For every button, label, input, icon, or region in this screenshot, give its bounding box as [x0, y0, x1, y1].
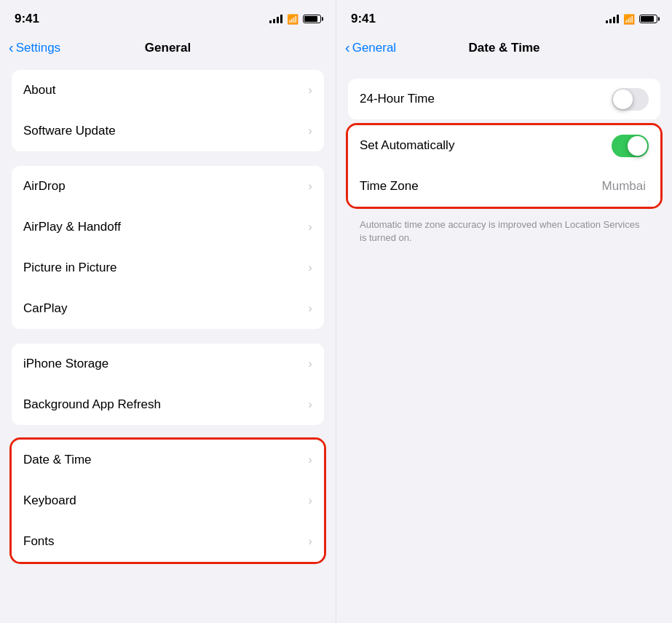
right-row-set-automatically: Set Automatically	[348, 125, 660, 166]
settings-row-airplay-label: AirPlay & Handoff	[23, 220, 308, 234]
left-nav-title: General	[145, 41, 191, 55]
settings-row-about-chevron: ›	[308, 83, 312, 98]
settings-row-airdrop-label: AirDrop	[23, 179, 308, 194]
left-status-time: 9:41	[15, 12, 39, 26]
settings-row-carplay[interactable]: CarPlay ›	[12, 288, 324, 329]
right-back-button[interactable]: ‹ General	[345, 40, 396, 56]
left-back-button[interactable]: ‹ Settings	[9, 40, 60, 56]
right-battery-fill	[641, 16, 654, 22]
settings-row-pip-label: Picture in Picture	[23, 261, 308, 275]
settings-row-iphone-storage-label: iPhone Storage	[23, 357, 308, 371]
settings-row-about-label: About	[23, 83, 308, 98]
settings-row-about[interactable]: About ›	[12, 70, 324, 111]
settings-group-2: AirDrop › AirPlay & Handoff › Picture in…	[12, 166, 324, 329]
right-signal-icon	[606, 15, 619, 23]
settings-row-airplay[interactable]: AirPlay & Handoff ›	[12, 207, 324, 247]
settings-group-1: About › Software Update ›	[12, 70, 324, 151]
settings-row-date-time-label: Date & Time	[23, 453, 308, 467]
right-back-chevron-icon: ‹	[345, 39, 350, 56]
settings-row-pip[interactable]: Picture in Picture ›	[12, 247, 324, 288]
settings-row-airdrop[interactable]: AirDrop ›	[12, 166, 324, 207]
settings-row-carplay-label: CarPlay	[23, 301, 308, 316]
right-status-time: 9:41	[351, 12, 376, 26]
settings-row-software-update-label: Software Update	[23, 124, 308, 138]
settings-row-background-refresh[interactable]: Background App Refresh ›	[12, 384, 324, 425]
settings-row-background-refresh-chevron: ›	[308, 397, 312, 412]
toggle-set-automatically[interactable]	[612, 135, 649, 157]
settings-row-fonts[interactable]: Fonts ›	[12, 521, 324, 562]
left-battery-fill	[304, 16, 317, 22]
settings-row-software-update[interactable]: Software Update ›	[12, 111, 324, 151]
right-settings-content: 24-Hour Time Set Automatically Time Zone…	[336, 64, 672, 623]
right-back-label: General	[352, 41, 396, 55]
settings-row-airdrop-chevron: ›	[308, 179, 312, 194]
r-signal-bar-2	[609, 19, 612, 23]
settings-group-3: iPhone Storage › Background App Refresh …	[12, 344, 324, 425]
left-back-chevron-icon: ‹	[9, 39, 14, 56]
signal-bar-1	[269, 20, 272, 23]
right-wifi-icon: 📶	[623, 14, 635, 25]
right-row-24hour-label: 24-Hour Time	[360, 92, 612, 106]
left-panel: 9:41 📶 ‹ Settings General About	[0, 0, 336, 623]
settings-group-4: Date & Time › Keyboard › Fonts ›	[12, 440, 324, 562]
settings-row-date-time-chevron: ›	[308, 453, 312, 467]
right-panel: 9:41 📶 ‹ General Date & Time 24-Hour T	[336, 0, 672, 623]
settings-row-airplay-chevron: ›	[308, 220, 312, 234]
settings-row-date-time[interactable]: Date & Time ›	[12, 440, 324, 480]
signal-bar-3	[277, 17, 279, 23]
left-back-label: Settings	[16, 41, 60, 55]
settings-row-iphone-storage-chevron: ›	[308, 357, 312, 371]
toggle-set-automatically-knob	[628, 136, 647, 156]
right-status-icons: 📶	[606, 14, 657, 25]
right-row-timezone[interactable]: Time Zone Mumbai	[348, 166, 660, 207]
left-status-bar: 9:41 📶	[0, 0, 336, 32]
right-battery-icon	[639, 15, 657, 23]
settings-row-software-update-chevron: ›	[308, 124, 312, 138]
settings-row-fonts-label: Fonts	[23, 534, 308, 549]
right-row-24hour: 24-Hour Time	[348, 79, 660, 119]
toggle-24hour[interactable]	[612, 88, 649, 111]
right-settings-group-1: 24-Hour Time	[348, 79, 660, 119]
left-signal-icon	[269, 15, 282, 23]
settings-row-fonts-chevron: ›	[308, 534, 312, 549]
right-nav-bar: ‹ General Date & Time	[336, 32, 672, 64]
settings-row-keyboard[interactable]: Keyboard ›	[12, 480, 324, 521]
settings-row-keyboard-chevron: ›	[308, 493, 312, 508]
right-row-timezone-value: Mumbai	[602, 179, 646, 194]
r-signal-bar-4	[617, 15, 619, 23]
r-signal-bar-3	[613, 17, 615, 23]
right-nav-title: Date & Time	[469, 41, 540, 55]
left-wifi-icon: 📶	[287, 14, 299, 25]
signal-bar-2	[273, 19, 275, 23]
right-row-set-automatically-label: Set Automatically	[360, 138, 612, 153]
left-nav-bar: ‹ Settings General	[0, 32, 336, 64]
left-status-icons: 📶	[269, 14, 321, 25]
settings-row-keyboard-label: Keyboard	[23, 493, 308, 508]
left-battery-icon	[303, 15, 321, 23]
right-status-bar: 9:41 📶	[336, 0, 672, 32]
settings-row-pip-chevron: ›	[308, 261, 312, 275]
right-settings-group-2: Set Automatically Time Zone Mumbai	[348, 125, 660, 207]
toggle-24hour-knob	[613, 90, 633, 109]
signal-bar-4	[280, 15, 282, 23]
timezone-footnote: Automatic time zone accuracy is improved…	[348, 213, 660, 245]
r-signal-bar-1	[606, 20, 608, 23]
settings-row-background-refresh-label: Background App Refresh	[23, 397, 308, 412]
settings-row-carplay-chevron: ›	[308, 301, 312, 316]
settings-row-iphone-storage[interactable]: iPhone Storage ›	[12, 344, 324, 384]
right-row-timezone-label: Time Zone	[360, 179, 602, 194]
left-settings-content: About › Software Update › AirDrop › AirP…	[0, 64, 336, 623]
